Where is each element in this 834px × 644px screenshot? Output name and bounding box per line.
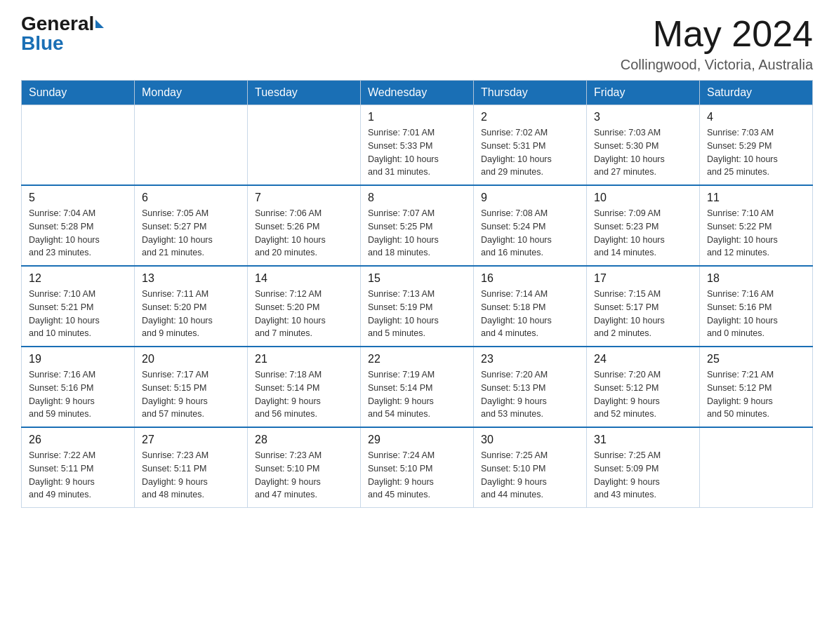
calendar-day-cell: 15Sunrise: 7:13 AM Sunset: 5:19 PM Dayli… [361, 266, 474, 347]
logo-arrow-icon [95, 20, 104, 28]
day-info: Sunrise: 7:25 AM Sunset: 5:10 PM Dayligh… [481, 449, 579, 502]
calendar-header-day: Tuesday [248, 81, 361, 105]
day-info: Sunrise: 7:03 AM Sunset: 5:30 PM Dayligh… [594, 126, 692, 179]
day-number: 20 [142, 353, 240, 365]
day-number: 27 [142, 434, 240, 446]
day-number: 26 [29, 434, 127, 446]
calendar-day-cell [248, 105, 361, 186]
day-number: 15 [368, 272, 466, 285]
calendar-day-cell: 11Sunrise: 7:10 AM Sunset: 5:22 PM Dayli… [700, 185, 813, 266]
calendar-day-cell: 6Sunrise: 7:05 AM Sunset: 5:27 PM Daylig… [135, 185, 248, 266]
logo: General Blue [21, 14, 104, 53]
location-title: Collingwood, Victoria, Australia [621, 57, 813, 73]
day-number: 19 [29, 353, 127, 365]
day-number: 18 [707, 272, 805, 285]
calendar-day-cell: 21Sunrise: 7:18 AM Sunset: 5:14 PM Dayli… [248, 347, 361, 427]
calendar-week-row: 26Sunrise: 7:22 AM Sunset: 5:11 PM Dayli… [22, 427, 813, 508]
day-info: Sunrise: 7:10 AM Sunset: 5:21 PM Dayligh… [29, 288, 127, 340]
calendar-day-cell: 14Sunrise: 7:12 AM Sunset: 5:20 PM Dayli… [248, 266, 361, 347]
day-number: 24 [594, 353, 692, 365]
day-number: 11 [707, 192, 805, 204]
day-number: 16 [481, 272, 579, 285]
calendar-header-day: Saturday [700, 81, 813, 105]
day-number: 2 [481, 111, 579, 123]
day-info: Sunrise: 7:06 AM Sunset: 5:26 PM Dayligh… [255, 207, 353, 260]
calendar-header-day: Monday [135, 81, 248, 105]
calendar-day-cell: 4Sunrise: 7:03 AM Sunset: 5:29 PM Daylig… [700, 105, 813, 186]
day-info: Sunrise: 7:03 AM Sunset: 5:29 PM Dayligh… [707, 126, 805, 179]
calendar-day-cell: 5Sunrise: 7:04 AM Sunset: 5:28 PM Daylig… [22, 185, 135, 266]
day-info: Sunrise: 7:10 AM Sunset: 5:22 PM Dayligh… [707, 207, 805, 260]
calendar-day-cell: 3Sunrise: 7:03 AM Sunset: 5:30 PM Daylig… [587, 105, 700, 186]
day-info: Sunrise: 7:15 AM Sunset: 5:17 PM Dayligh… [594, 288, 692, 340]
calendar-day-cell: 28Sunrise: 7:23 AM Sunset: 5:10 PM Dayli… [248, 427, 361, 508]
day-info: Sunrise: 7:09 AM Sunset: 5:23 PM Dayligh… [594, 207, 692, 260]
calendar-day-cell: 1Sunrise: 7:01 AM Sunset: 5:33 PM Daylig… [361, 105, 474, 186]
calendar-day-cell: 23Sunrise: 7:20 AM Sunset: 5:13 PM Dayli… [474, 347, 587, 427]
day-info: Sunrise: 7:14 AM Sunset: 5:18 PM Dayligh… [481, 288, 579, 340]
logo-blue: Blue [21, 34, 64, 53]
day-info: Sunrise: 7:16 AM Sunset: 5:16 PM Dayligh… [29, 368, 127, 421]
calendar-day-cell: 18Sunrise: 7:16 AM Sunset: 5:16 PM Dayli… [700, 266, 813, 347]
title-block: May 2024 Collingwood, Victoria, Australi… [621, 14, 813, 73]
calendar-table: SundayMondayTuesdayWednesdayThursdayFrid… [21, 80, 813, 508]
day-info: Sunrise: 7:16 AM Sunset: 5:16 PM Dayligh… [707, 288, 805, 340]
day-number: 21 [255, 353, 353, 365]
calendar-day-cell: 19Sunrise: 7:16 AM Sunset: 5:16 PM Dayli… [22, 347, 135, 427]
day-info: Sunrise: 7:19 AM Sunset: 5:14 PM Dayligh… [368, 368, 466, 421]
calendar-day-cell [700, 427, 813, 508]
day-number: 29 [368, 434, 466, 446]
day-info: Sunrise: 7:08 AM Sunset: 5:24 PM Dayligh… [481, 207, 579, 260]
day-info: Sunrise: 7:11 AM Sunset: 5:20 PM Dayligh… [142, 288, 240, 340]
day-info: Sunrise: 7:17 AM Sunset: 5:15 PM Dayligh… [142, 368, 240, 421]
calendar-header-day: Friday [587, 81, 700, 105]
day-info: Sunrise: 7:04 AM Sunset: 5:28 PM Dayligh… [29, 207, 127, 260]
day-number: 7 [255, 192, 353, 204]
day-info: Sunrise: 7:20 AM Sunset: 5:12 PM Dayligh… [594, 368, 692, 421]
calendar-day-cell: 27Sunrise: 7:23 AM Sunset: 5:11 PM Dayli… [135, 427, 248, 508]
day-number: 13 [142, 272, 240, 285]
calendar-day-cell: 29Sunrise: 7:24 AM Sunset: 5:10 PM Dayli… [361, 427, 474, 508]
calendar-day-cell: 9Sunrise: 7:08 AM Sunset: 5:24 PM Daylig… [474, 185, 587, 266]
day-number: 25 [707, 353, 805, 365]
calendar-day-cell: 31Sunrise: 7:25 AM Sunset: 5:09 PM Dayli… [587, 427, 700, 508]
day-info: Sunrise: 7:22 AM Sunset: 5:11 PM Dayligh… [29, 449, 127, 502]
day-number: 28 [255, 434, 353, 446]
calendar-week-row: 1Sunrise: 7:01 AM Sunset: 5:33 PM Daylig… [22, 105, 813, 186]
calendar-day-cell: 17Sunrise: 7:15 AM Sunset: 5:17 PM Dayli… [587, 266, 700, 347]
page-header: General Blue May 2024 Collingwood, Victo… [21, 14, 813, 73]
calendar-header-row: SundayMondayTuesdayWednesdayThursdayFrid… [22, 81, 813, 105]
calendar-week-row: 19Sunrise: 7:16 AM Sunset: 5:16 PM Dayli… [22, 347, 813, 427]
day-number: 14 [255, 272, 353, 285]
calendar-header-day: Thursday [474, 81, 587, 105]
calendar-day-cell [22, 105, 135, 186]
day-info: Sunrise: 7:25 AM Sunset: 5:09 PM Dayligh… [594, 449, 692, 502]
day-number: 4 [707, 111, 805, 123]
day-info: Sunrise: 7:02 AM Sunset: 5:31 PM Dayligh… [481, 126, 579, 179]
calendar-day-cell: 30Sunrise: 7:25 AM Sunset: 5:10 PM Dayli… [474, 427, 587, 508]
day-info: Sunrise: 7:21 AM Sunset: 5:12 PM Dayligh… [707, 368, 805, 421]
calendar-day-cell: 16Sunrise: 7:14 AM Sunset: 5:18 PM Dayli… [474, 266, 587, 347]
day-info: Sunrise: 7:23 AM Sunset: 5:10 PM Dayligh… [255, 449, 353, 502]
calendar-header-day: Sunday [22, 81, 135, 105]
day-info: Sunrise: 7:13 AM Sunset: 5:19 PM Dayligh… [368, 288, 466, 340]
day-info: Sunrise: 7:20 AM Sunset: 5:13 PM Dayligh… [481, 368, 579, 421]
day-number: 9 [481, 192, 579, 204]
day-info: Sunrise: 7:18 AM Sunset: 5:14 PM Dayligh… [255, 368, 353, 421]
day-number: 31 [594, 434, 692, 446]
month-title: May 2024 [621, 14, 813, 54]
calendar-day-cell: 7Sunrise: 7:06 AM Sunset: 5:26 PM Daylig… [248, 185, 361, 266]
day-number: 17 [594, 272, 692, 285]
calendar-week-row: 12Sunrise: 7:10 AM Sunset: 5:21 PM Dayli… [22, 266, 813, 347]
calendar-day-cell [135, 105, 248, 186]
calendar-day-cell: 22Sunrise: 7:19 AM Sunset: 5:14 PM Dayli… [361, 347, 474, 427]
logo-general: General [21, 14, 94, 34]
day-number: 30 [481, 434, 579, 446]
day-info: Sunrise: 7:24 AM Sunset: 5:10 PM Dayligh… [368, 449, 466, 502]
day-info: Sunrise: 7:01 AM Sunset: 5:33 PM Dayligh… [368, 126, 466, 179]
day-number: 23 [481, 353, 579, 365]
day-number: 8 [368, 192, 466, 204]
day-info: Sunrise: 7:07 AM Sunset: 5:25 PM Dayligh… [368, 207, 466, 260]
calendar-day-cell: 8Sunrise: 7:07 AM Sunset: 5:25 PM Daylig… [361, 185, 474, 266]
calendar-day-cell: 10Sunrise: 7:09 AM Sunset: 5:23 PM Dayli… [587, 185, 700, 266]
